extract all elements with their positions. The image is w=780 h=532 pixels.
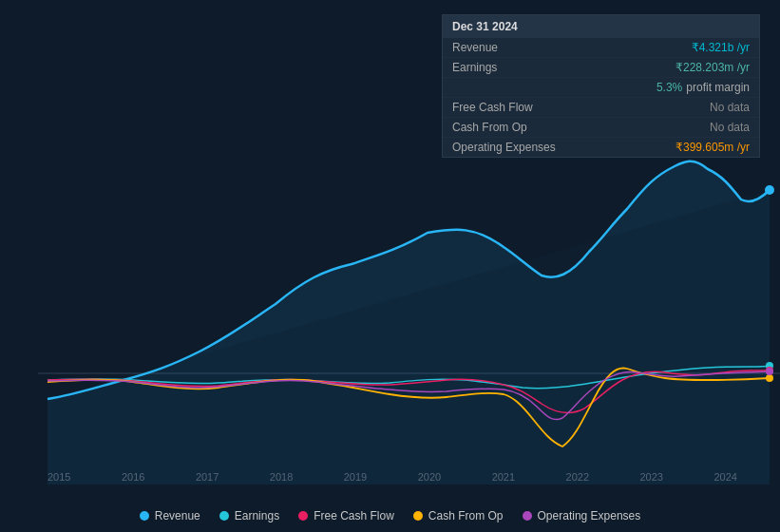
svg-point-2 (765, 185, 774, 195)
tooltip-value-earnings: ₹228.203m /yr (675, 61, 750, 74)
tooltip-value-cashfromop: No data (710, 121, 750, 134)
tooltip-row-revenue: Revenue ₹4.321b /yr (443, 38, 759, 58)
legend-item-cashfromop[interactable]: Cash From Op (413, 509, 504, 522)
tooltip-value-fcf: No data (710, 101, 750, 114)
tooltip-value-profit-margin: 5.3% profit margin (656, 81, 750, 94)
tooltip-row-fcf: Free Cash Flow No data (443, 98, 759, 118)
x-axis: 2015 2016 2017 2018 2019 2020 2021 2022 … (0, 471, 780, 483)
x-label-2021: 2021 (492, 471, 515, 483)
legend-dot-revenue (140, 511, 149, 521)
legend-dot-opex (523, 511, 532, 521)
legend-item-opex[interactable]: Operating Expenses (523, 509, 641, 522)
legend-label-opex: Operating Expenses (538, 509, 641, 522)
x-label-2022: 2022 (566, 471, 589, 483)
legend-label-revenue: Revenue (155, 509, 200, 522)
legend-item-fcf[interactable]: Free Cash Flow (298, 509, 394, 522)
tooltip-value-revenue: ₹4.321b /yr (692, 41, 750, 54)
tooltip-date: Dec 31 2024 (443, 15, 759, 38)
x-label-2024: 2024 (713, 471, 736, 483)
legend-item-revenue[interactable]: Revenue (140, 509, 200, 522)
chart-container: ₹5b ₹0 -₹1b 2015 2016 2017 2018 2019 (0, 0, 780, 532)
svg-point-5 (766, 374, 773, 382)
x-label-2018: 2018 (270, 471, 293, 483)
legend-label-earnings: Earnings (235, 509, 279, 522)
x-label-2015: 2015 (48, 471, 70, 483)
x-label-2017: 2017 (196, 471, 219, 483)
legend-dot-cashfromop (413, 511, 423, 521)
tooltip-row-earnings: Earnings ₹228.203m /yr (443, 58, 759, 78)
tooltip-row-profit-margin: 5.3% profit margin (443, 78, 759, 98)
tooltip-label-opex: Operating Expenses (452, 141, 556, 154)
legend-label-cashfromop: Cash From Op (428, 509, 504, 522)
legend: Revenue Earnings Free Cash Flow Cash Fro… (0, 509, 780, 522)
tooltip-row-opex: Operating Expenses ₹399.605m /yr (443, 138, 759, 157)
profit-text: profit margin (686, 81, 750, 94)
x-label-2016: 2016 (122, 471, 144, 483)
tooltip-label-cashfromop: Cash From Op (452, 121, 527, 134)
tooltip-label-earnings: Earnings (452, 61, 497, 74)
svg-point-6 (766, 368, 773, 375)
tooltip-box: Dec 31 2024 Revenue ₹4.321b /yr Earnings… (442, 14, 760, 158)
tooltip-row-cashfromop: Cash From Op No data (443, 118, 759, 138)
profit-pct: 5.3% (656, 81, 682, 94)
legend-dot-fcf (298, 511, 308, 521)
x-label-2023: 2023 (640, 471, 663, 483)
legend-label-fcf: Free Cash Flow (314, 509, 394, 522)
tooltip-value-opex: ₹399.605m /yr (675, 141, 750, 154)
x-label-2020: 2020 (418, 471, 441, 483)
tooltip-label-revenue: Revenue (452, 41, 498, 54)
legend-dot-earnings (219, 511, 229, 521)
legend-item-earnings[interactable]: Earnings (219, 509, 279, 522)
tooltip-label-fcf: Free Cash Flow (452, 101, 533, 114)
x-label-2019: 2019 (344, 471, 367, 483)
